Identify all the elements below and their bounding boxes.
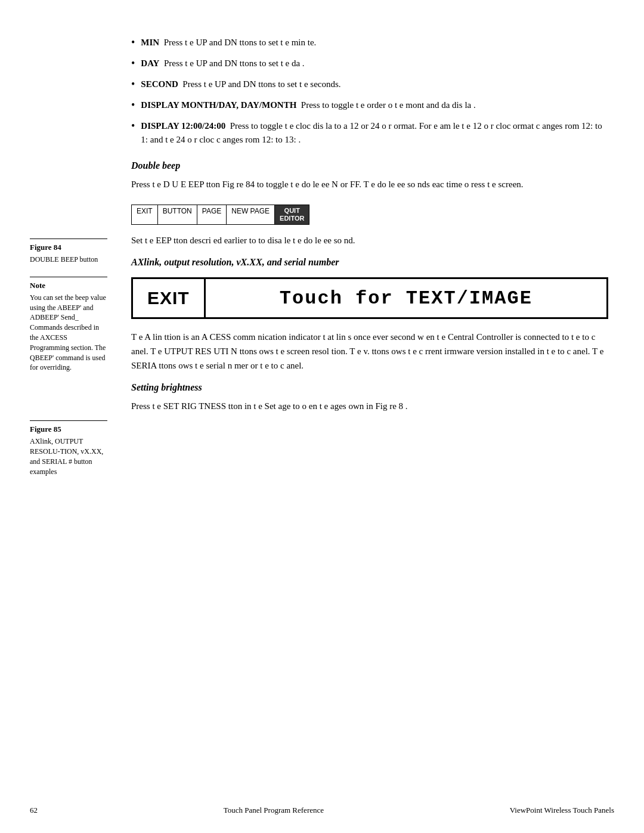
bullet-body-second: Press t e UP and DN ttons to set t e sec…: [182, 79, 340, 89]
bullet-dot-min: •: [131, 35, 135, 51]
axlink-heading: AXlink, output resolution, vX.XX, and se…: [131, 257, 608, 268]
axlink-para1: T e A lin ttion is an A CESS comm nicati…: [131, 330, 608, 373]
note-label: Note: [30, 277, 107, 290]
keyword-second: SECOND: [141, 79, 178, 89]
keyword-min: MIN: [141, 38, 159, 47]
page-container: Figure 84 DOUBLE BEEP button Note You ca…: [0, 0, 644, 833]
button-bar-quit-editor: QUITEDITOR: [275, 205, 309, 224]
figure85-label: Figure 85: [30, 420, 107, 434]
bullet-list: • MIN Press t e UP and DN ttons to set t…: [131, 36, 608, 146]
figure85-caption: AXlink, OUTPUT RESOLU-TION, vX.XX, and S…: [30, 436, 107, 476]
bullet-text-min: MIN Press t e UP and DN ttons to set t e…: [141, 36, 608, 49]
bullet-item-display-month: • DISPLAY MONTH/DAY, DAY/MONTH Press to …: [131, 98, 608, 113]
note-sidebar: Note You can set the beep value using th…: [30, 277, 107, 373]
bullet-body-min: Press t e UP and DN ttons to set t e min…: [164, 38, 317, 47]
content-area: Figure 84 DOUBLE BEEP button Note You ca…: [0, 36, 644, 488]
button-bar-button: BUTTON: [158, 205, 197, 224]
page-footer: 62 Touch Panel Program Reference ViewPoi…: [0, 806, 644, 815]
bullet-item-min: • MIN Press t e UP and DN ttons to set t…: [131, 36, 608, 51]
double-beep-heading: Double beep: [131, 160, 608, 171]
bullet-item-second: • SECOND Press t e UP and DN ttons to se…: [131, 78, 608, 92]
footer-product: ViewPoint Wireless Touch Panels: [510, 806, 614, 815]
bullet-text-day: DAY Press t e UP and DN ttons to set t e…: [141, 57, 608, 70]
button-bar-exit: EXIT: [132, 205, 158, 224]
keyword-day: DAY: [141, 58, 159, 68]
setting-brightness-heading: Setting brightness: [131, 382, 608, 393]
double-beep-para1: Press t e D U E EEP tton Fig re 84 to to…: [131, 177, 608, 191]
button-bar-page: PAGE: [197, 205, 227, 224]
bullet-text-display-time: DISPLAY 12:00/24:00 Press to toggle t e …: [141, 119, 608, 146]
button-bar-figure84: EXIT BUTTON PAGE NEW PAGE QUITEDITOR: [131, 205, 309, 225]
figure85-container: EXIT Touch for TEXT/IMAGE: [131, 277, 608, 319]
double-beep-para2: Set t e EEP tton descri ed earlier to to…: [131, 233, 608, 247]
figure85-touch-label: Touch for TEXT/IMAGE: [206, 279, 606, 317]
figure84-sidebar: Figure 84 DOUBLE BEEP button: [30, 239, 107, 265]
footer-page-number: 62: [30, 806, 38, 815]
figure85-exit-label: EXIT: [133, 279, 206, 317]
button-bar-new-page: NEW PAGE: [227, 205, 275, 224]
footer-title: Touch Panel Program Reference: [224, 806, 324, 815]
figure84-caption: DOUBLE BEEP button: [30, 255, 107, 265]
bullet-text-display-month: DISPLAY MONTH/DAY, DAY/MONTH Press to to…: [141, 98, 608, 112]
bullet-item-display-time: • DISPLAY 12:00/24:00 Press to toggle t …: [131, 119, 608, 146]
keyword-display-month: DISPLAY MONTH/DAY, DAY/MONTH: [141, 100, 296, 110]
bullet-body-display-month: Press to toggle t e order o t e mont and…: [301, 100, 476, 110]
note-text: You can set the beep value using the ABE…: [30, 293, 107, 373]
right-main: • MIN Press t e UP and DN ttons to set t…: [119, 36, 644, 488]
bullet-dot-day: •: [131, 55, 135, 72]
setting-brightness-para1: Press t e SET RIG TNESS tton in t e Set …: [131, 399, 608, 413]
figure85-sidebar: Figure 85 AXlink, OUTPUT RESOLU-TION, vX…: [30, 420, 107, 476]
bullet-body-day: Press t e UP and DN ttons to set t e da …: [164, 58, 305, 68]
left-sidebar: Figure 84 DOUBLE BEEP button Note You ca…: [0, 36, 119, 488]
bullet-text-second: SECOND Press t e UP and DN ttons to set …: [141, 78, 608, 91]
keyword-display-time: DISPLAY 12:00/24:00: [141, 121, 225, 131]
bullet-item-day: • DAY Press t e UP and DN ttons to set t…: [131, 57, 608, 72]
bullet-dot-second: •: [131, 76, 135, 92]
bullet-dot-display-month: •: [131, 97, 135, 113]
figure84-label: Figure 84: [30, 239, 107, 252]
bullet-dot-display-time: •: [131, 118, 135, 134]
